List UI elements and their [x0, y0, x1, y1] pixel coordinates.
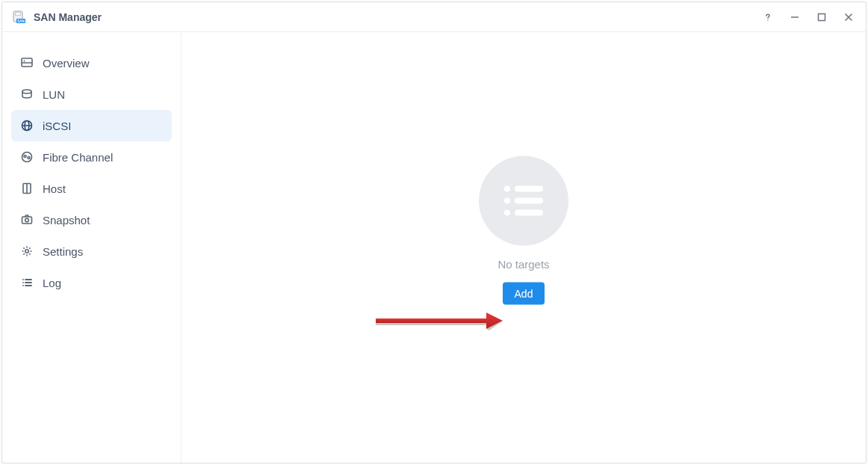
svg-point-24 — [22, 279, 24, 280]
svg-point-30 — [504, 185, 510, 191]
svg-point-26 — [22, 285, 24, 286]
svg-point-10 — [24, 61, 25, 62]
sidebar-item-label: iSCSI — [43, 120, 71, 132]
svg-rect-33 — [515, 197, 543, 203]
svg-point-18 — [28, 157, 30, 159]
add-button[interactable]: Add — [503, 282, 545, 304]
list-icon — [20, 276, 34, 289]
annotation-arrow — [376, 312, 503, 330]
svg-marker-39 — [486, 321, 503, 330]
svg-point-32 — [504, 197, 510, 203]
sidebar-item-iscsi[interactable]: iSCSI — [11, 110, 172, 141]
window-title: SAN Manager — [34, 11, 102, 23]
sidebar-item-label: Snapshot — [43, 214, 90, 227]
help-button[interactable] — [761, 10, 775, 24]
sidebar: Overview LUN — [2, 32, 182, 463]
sidebar-item-label: Settings — [43, 245, 83, 258]
svg-rect-6 — [819, 13, 825, 20]
body: Overview LUN — [2, 32, 866, 463]
camera-icon — [20, 213, 34, 227]
svg-point-4 — [767, 19, 769, 21]
host-icon — [20, 182, 34, 195]
sidebar-item-lun[interactable]: LUN — [11, 78, 172, 110]
svg-rect-21 — [22, 217, 32, 224]
svg-text:SAN: SAN — [17, 19, 25, 22]
sidebar-item-host[interactable]: Host — [11, 173, 172, 204]
sidebar-item-snapshot[interactable]: Snapshot — [11, 204, 172, 235]
svg-rect-37 — [376, 323, 488, 325]
close-button[interactable] — [842, 10, 855, 24]
fc-icon — [20, 150, 34, 164]
main-content: No targets Add — [182, 32, 866, 463]
sidebar-item-log[interactable]: Log — [11, 267, 172, 298]
maximize-button[interactable] — [815, 10, 828, 24]
gear-icon — [20, 244, 34, 258]
sidebar-item-label: LUN — [43, 88, 65, 101]
window: SAN SAN Manager — [1, 1, 867, 464]
empty-state: No targets Add — [479, 155, 568, 304]
svg-point-34 — [504, 209, 510, 215]
svg-marker-38 — [486, 312, 503, 329]
sidebar-item-label: Fibre Channel — [43, 151, 113, 164]
sidebar-item-fibre-channel[interactable]: Fibre Channel — [11, 141, 172, 173]
disk-icon — [20, 87, 34, 101]
svg-rect-31 — [515, 185, 543, 191]
empty-state-icon — [479, 155, 568, 245]
svg-point-22 — [25, 218, 29, 222]
globe-icon — [20, 119, 34, 132]
svg-rect-35 — [515, 209, 543, 215]
overview-icon — [20, 56, 34, 70]
sidebar-item-label: Overview — [43, 57, 90, 70]
svg-rect-36 — [376, 318, 488, 323]
empty-state-text: No targets — [497, 257, 549, 270]
app-icon: SAN — [13, 10, 26, 24]
svg-point-17 — [24, 155, 26, 158]
sidebar-item-settings[interactable]: Settings — [11, 235, 172, 267]
svg-point-23 — [25, 250, 28, 253]
svg-point-12 — [22, 90, 31, 93]
svg-point-25 — [22, 282, 24, 283]
sidebar-item-overview[interactable]: Overview — [11, 47, 172, 78]
sidebar-item-label: Log — [43, 277, 61, 289]
minimize-button[interactable] — [788, 10, 802, 24]
sidebar-item-label: Host — [43, 182, 66, 195]
svg-rect-1 — [16, 13, 21, 16]
window-controls — [761, 10, 855, 24]
titlebar: SAN SAN Manager — [2, 2, 866, 32]
